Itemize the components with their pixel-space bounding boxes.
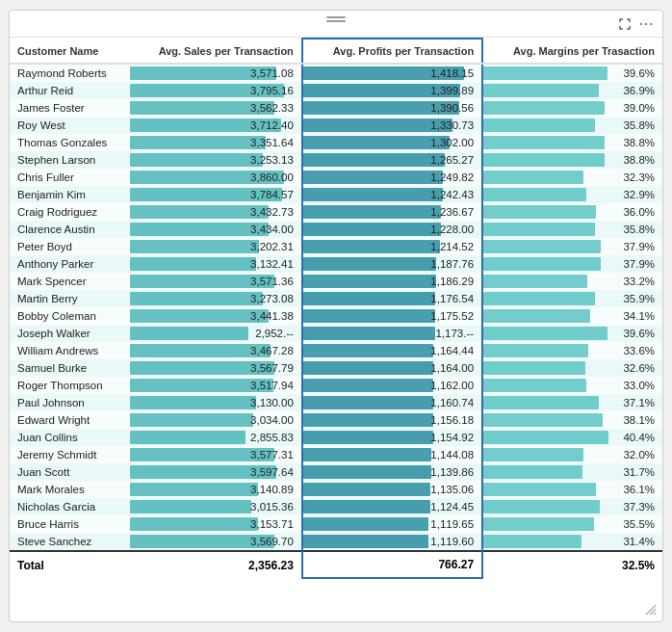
col-header-name: Customer Name — [10, 39, 130, 64]
cell-avg-margins: 36.1% — [482, 481, 662, 498]
cell-name: Clarence Austin — [10, 221, 130, 238]
cell-avg-profits: 1,156.18 — [302, 411, 482, 429]
table-row: Juan Scott3,597.641,139.8631.7% — [10, 463, 662, 481]
cell-name: Benjamin Kim — [10, 186, 130, 203]
cell-avg-profits: 1,119.60 — [302, 533, 482, 551]
table-row: Raymond Roberts3,571.081,418.1539.6% — [10, 64, 662, 82]
footer-avg-margins: 32.5% — [482, 551, 662, 578]
menu-icon[interactable]: ⋯ — [637, 15, 655, 33]
cell-avg-sales: 3,784.57 — [130, 186, 302, 203]
cell-avg-profits: 1,139.86 — [302, 463, 482, 481]
cell-avg-sales: 3,577.31 — [130, 446, 302, 463]
cell-avg-sales: 3,015.36 — [130, 498, 302, 515]
table-row: Juan Collins2,855.831,154.9240.4% — [10, 429, 662, 446]
cell-avg-sales: 3,351.64 — [130, 134, 302, 151]
widget-header: ⋯ — [10, 11, 662, 38]
cell-avg-margins: 35.8% — [482, 221, 662, 238]
cell-avg-margins: 39.6% — [482, 64, 662, 82]
cell-avg-sales: 3,432.73 — [130, 203, 302, 221]
cell-name: Anthony Parker — [10, 255, 130, 273]
cell-avg-sales: 2,952.-- — [130, 325, 302, 342]
table-footer-row: Total 2,356.23 766.27 32.5% — [10, 551, 662, 578]
table-row: Anthony Parker3,132.411,187.7637.9% — [10, 255, 662, 273]
cell-name: Mark Morales — [10, 481, 130, 498]
table-row: Clarence Austin3,434.001,228.0035.8% — [10, 221, 662, 238]
cell-avg-margins: 33.2% — [482, 273, 662, 290]
cell-name: Nicholas Garcia — [10, 498, 130, 515]
table-row: Paul Johnson3,130.001,160.7437.1% — [10, 394, 662, 411]
cell-avg-sales: 3,571.08 — [130, 64, 302, 82]
table-row: William Andrews3,467.281,164.4433.6% — [10, 342, 662, 359]
col-header-avg-profits: Avg. Profits per Transaction — [302, 39, 482, 64]
cell-avg-margins: 32.0% — [482, 446, 662, 463]
cell-avg-profits: 1,330.73 — [302, 117, 482, 134]
expand-icon[interactable] — [616, 15, 633, 33]
cell-avg-margins: 39.6% — [482, 325, 662, 342]
table-row: Samuel Burke3,567.791,164.0032.6% — [10, 359, 662, 377]
cell-avg-profits: 1,135.06 — [302, 481, 482, 498]
table-row: Bruce Harris3,153.711,119.6535.5% — [10, 515, 662, 533]
cell-avg-profits: 1,399.89 — [302, 82, 482, 99]
cell-avg-profits: 1,242.43 — [302, 186, 482, 203]
cell-avg-profits: 1,124.45 — [302, 498, 482, 515]
cell-avg-sales: 3,597.64 — [130, 463, 302, 481]
cell-avg-margins: 37.9% — [482, 238, 662, 255]
cell-name: Juan Scott — [10, 463, 130, 481]
drag-handle[interactable] — [326, 16, 346, 22]
cell-avg-margins: 34.1% — [482, 307, 662, 325]
cell-avg-profits: 1,173.-- — [302, 325, 482, 342]
cell-name: Stephen Larson — [10, 151, 130, 169]
cell-name: Roy West — [10, 117, 130, 134]
cell-avg-margins: 31.7% — [482, 463, 662, 481]
cell-avg-profits: 1,162.00 — [302, 377, 482, 394]
cell-name: Chris Fuller — [10, 169, 130, 186]
table-row: Arthur Reid3,795.161,399.8936.9% — [10, 82, 662, 99]
cell-avg-sales: 3,434.00 — [130, 221, 302, 238]
cell-avg-profits: 1,418.15 — [302, 64, 482, 82]
cell-name: Steve Sanchez — [10, 533, 130, 551]
cell-avg-sales: 3,034.00 — [130, 411, 302, 429]
cell-avg-sales: 3,567.79 — [130, 359, 302, 377]
cell-avg-profits: 1,236.67 — [302, 203, 482, 221]
table-row: Steve Sanchez3,569.701,119.6031.4% — [10, 533, 662, 551]
widget-container: ⋯ Customer Name Avg. Sales per Transacti… — [9, 10, 663, 622]
data-table: Customer Name Avg. Sales per Transaction… — [10, 38, 662, 579]
cell-avg-profits: 1,154.92 — [302, 429, 482, 446]
footer-avg-profits: 766.27 — [302, 551, 482, 578]
cell-avg-margins: 39.0% — [482, 99, 662, 117]
cell-name: Martin Berry — [10, 290, 130, 307]
cell-name: Edward Wright — [10, 411, 130, 429]
cell-avg-margins: 38.8% — [482, 151, 662, 169]
cell-avg-sales: 3,517.94 — [130, 377, 302, 394]
cell-avg-margins: 33.0% — [482, 377, 662, 394]
cell-name: Paul Johnson — [10, 394, 130, 411]
cell-avg-margins: 31.4% — [482, 533, 662, 551]
table-row: Bobby Coleman3,441.381,175.5234.1% — [10, 307, 662, 325]
resize-handle[interactable] — [645, 604, 659, 618]
cell-avg-sales: 3,569.70 — [130, 533, 302, 551]
table-row: Mark Morales3,140.891,135.0636.1% — [10, 481, 662, 498]
cell-name: Craig Rodriguez — [10, 203, 130, 221]
table-row: Jeremy Schmidt3,577.311,144.0832.0% — [10, 446, 662, 463]
table-row: Thomas Gonzales3,351.641,302.0038.8% — [10, 134, 662, 151]
cell-avg-margins: 37.3% — [482, 498, 662, 515]
cell-avg-sales: 3,273.08 — [130, 290, 302, 307]
cell-avg-margins: 35.5% — [482, 515, 662, 533]
cell-avg-margins: 36.0% — [482, 203, 662, 221]
cell-avg-profits: 1,302.00 — [302, 134, 482, 151]
cell-avg-sales: 3,562.33 — [130, 99, 302, 117]
cell-avg-sales: 3,795.16 — [130, 82, 302, 99]
table-row: Roger Thompson3,517.941,162.0033.0% — [10, 377, 662, 394]
cell-avg-sales: 3,140.89 — [130, 481, 302, 498]
cell-avg-profits: 1,186.29 — [302, 273, 482, 290]
cell-avg-margins: 32.9% — [482, 186, 662, 203]
cell-avg-profits: 1,175.52 — [302, 307, 482, 325]
cell-name: Thomas Gonzales — [10, 134, 130, 151]
table-wrapper: Customer Name Avg. Sales per Transaction… — [10, 38, 662, 621]
table-row: Martin Berry3,273.081,176.5435.9% — [10, 290, 662, 307]
cell-name: Mark Spencer — [10, 273, 130, 290]
cell-avg-profits: 1,160.74 — [302, 394, 482, 411]
cell-avg-sales: 2,855.83 — [130, 429, 302, 446]
cell-avg-profits: 1,164.44 — [302, 342, 482, 359]
cell-name: William Andrews — [10, 342, 130, 359]
